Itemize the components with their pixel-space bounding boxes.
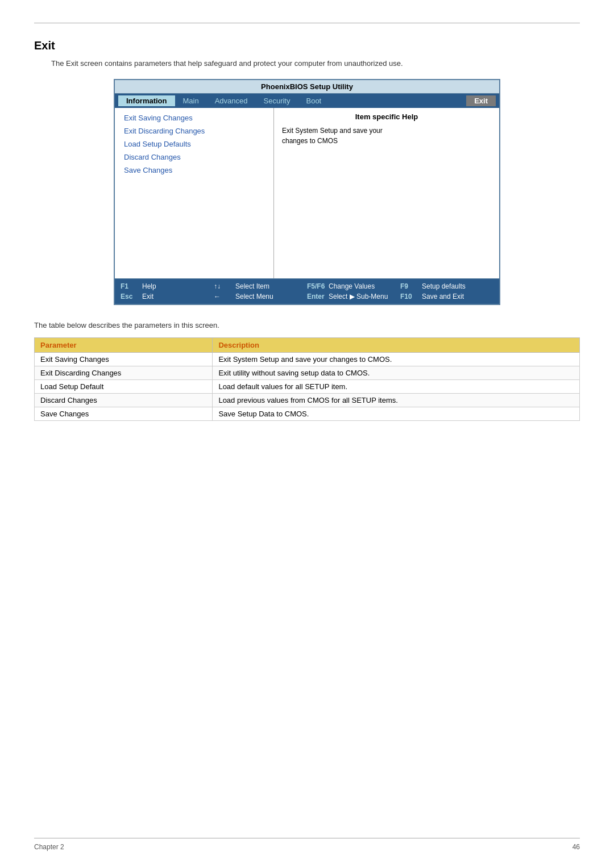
label-select-menu: Select Menu	[235, 293, 307, 301]
label-save-exit: Save and Exit	[422, 293, 493, 301]
table-cell-desc: Exit System Setup and save your changes …	[213, 353, 580, 366]
label-setup-defaults: Setup defaults	[422, 282, 493, 290]
table-cell-desc: Load default values for all SETUP item.	[213, 380, 580, 394]
table-row: Save ChangesSave Setup Data to CMOS.	[35, 407, 580, 421]
page-title: Exit	[34, 39, 580, 52]
footer-page-number: 46	[572, 843, 580, 851]
label-select-submenu: Select ▶ Sub-Menu	[329, 293, 400, 301]
table-row: Exit Discarding ChangesExit utility with…	[35, 366, 580, 380]
menu-exit-saving-changes[interactable]: Exit Saving Changes	[124, 114, 264, 122]
key-f10: F10	[400, 293, 422, 301]
nav-item-security[interactable]: Security	[256, 95, 298, 106]
menu-save-changes[interactable]: Save Changes	[124, 166, 264, 174]
label-change-values: Change Values	[329, 282, 400, 290]
menu-load-setup-defaults[interactable]: Load Setup Defaults	[124, 140, 264, 148]
intro-text: The Exit screen contains parameters that…	[51, 59, 580, 68]
bios-title-bar: PhoenixBIOS Setup Utility	[115, 80, 499, 94]
nav-item-information[interactable]: Information	[118, 95, 175, 106]
key-f9: F9	[400, 282, 422, 290]
col-header-parameter: Parameter	[35, 338, 213, 353]
key-updown: ↑↓	[214, 282, 235, 290]
bios-footer: F1 Help ↑↓ Select Item F5/F6 Change Valu…	[115, 278, 499, 304]
table-cell-param: Exit Saving Changes	[35, 353, 213, 366]
footer-row-2: Esc Exit ← Select Menu Enter Select ▶ Su…	[121, 291, 493, 302]
footer-row-1: F1 Help ↑↓ Select Item F5/F6 Change Valu…	[121, 281, 493, 291]
menu-discard-changes[interactable]: Discard Changes	[124, 153, 264, 161]
label-exit: Exit	[142, 293, 214, 301]
table-cell-param: Discard Changes	[35, 394, 213, 407]
footer-chapter: Chapter 2	[34, 843, 64, 851]
table-cell-param: Save Changes	[35, 407, 213, 421]
top-rule	[34, 23, 580, 23]
label-select-item: Select Item	[235, 282, 307, 290]
table-cell-param: Exit Discarding Changes	[35, 366, 213, 380]
key-arrow-left: ←	[214, 293, 235, 301]
table-cell-param: Load Setup Default	[35, 380, 213, 394]
table-cell-desc: Load previous values from CMOS for all S…	[213, 394, 580, 407]
key-f5f6: F5/F6	[307, 282, 329, 290]
help-text: Exit System Setup and save yourchanges t…	[282, 126, 491, 146]
label-help: Help	[142, 282, 214, 290]
parameter-table: Parameter Description Exit Saving Change…	[34, 337, 580, 421]
bios-help-panel: Item specific Help Exit System Setup and…	[274, 108, 499, 278]
table-row: Discard ChangesLoad previous values from…	[35, 394, 580, 407]
help-title: Item specific Help	[282, 112, 491, 121]
menu-exit-discarding-changes[interactable]: Exit Discarding Changes	[124, 127, 264, 135]
bios-content-area: Exit Saving Changes Exit Discarding Chan…	[115, 108, 499, 278]
table-row: Exit Saving ChangesExit System Setup and…	[35, 353, 580, 366]
key-f1: F1	[121, 282, 142, 290]
table-cell-desc: Exit utility without saving setup data t…	[213, 366, 580, 380]
nav-item-advanced[interactable]: Advanced	[207, 95, 256, 106]
page-footer: Chapter 2 46	[34, 838, 580, 851]
bios-nav-bar: Information Main Advanced Security Boot …	[115, 94, 499, 108]
bios-utility-box: PhoenixBIOS Setup Utility Information Ma…	[114, 79, 500, 305]
table-row: Load Setup DefaultLoad default values fo…	[35, 380, 580, 394]
key-enter: Enter	[307, 293, 329, 301]
col-header-description: Description	[213, 338, 580, 353]
nav-item-main[interactable]: Main	[175, 95, 207, 106]
key-esc: Esc	[121, 293, 142, 301]
bios-menu-list: Exit Saving Changes Exit Discarding Chan…	[115, 108, 274, 278]
table-intro-text: The table below describes the parameters…	[34, 321, 580, 329]
nav-item-boot[interactable]: Boot	[298, 95, 329, 106]
nav-item-exit[interactable]: Exit	[466, 95, 496, 106]
table-cell-desc: Save Setup Data to CMOS.	[213, 407, 580, 421]
